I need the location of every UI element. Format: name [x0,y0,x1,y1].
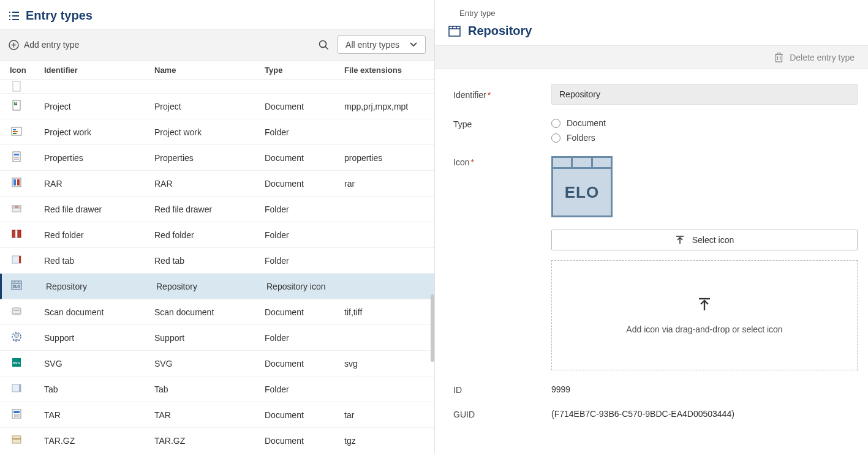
cell-identifier: Red folder [37,230,147,240]
scan-doc-icon [10,305,23,317]
cell-name: Red tab [147,256,257,266]
svg-rect-19 [13,152,20,162]
doc-generic-icon [10,80,23,92]
tar-doc-icon: TAR [10,408,23,420]
svg-rect-18 [13,133,17,134]
svg-rect-41 [12,313,21,315]
list-icon [9,11,20,21]
table-row[interactable]: Red file drawerRed file drawerFolder [0,197,434,222]
filter-label: All entry types [345,40,399,50]
table-row[interactable]: Scan documentScan documentDocumenttif,ti… [0,299,434,325]
properties-doc-icon [10,151,23,163]
detail-panel: Entry type Repository Delete entry type … [435,0,868,453]
svg-rect-49 [13,411,20,413]
type-radio-document[interactable]: Document [551,118,859,128]
cell-ext: tar [337,410,434,420]
cell-name: Properties [147,153,257,163]
svg-rect-24 [13,179,16,185]
col-ext-header[interactable]: File extensions [337,66,434,75]
select-icon-label: Select icon [692,235,734,245]
guid-label: GUID [453,408,551,419]
col-name-header[interactable]: Name [147,66,257,75]
svg-rect-20 [14,154,19,155]
svg-rect-57 [776,54,782,62]
detail-title-row: Repository [435,21,868,45]
type-radio-folders[interactable]: Folders [551,133,859,143]
table-row[interactable]: ELORepositoryRepositoryRepository icon [0,274,434,299]
cell-identifier: RAR [37,179,147,189]
svg-rect-52 [12,438,21,440]
delete-label: Delete entry type [790,53,855,62]
id-value: 9999 [551,384,859,394]
delete-entry-type-button[interactable]: Delete entry type [774,52,855,62]
add-entry-type-button[interactable]: Add entry type [9,40,79,50]
icon-dropzone[interactable]: Add icon via drag-and-drop or select ico… [551,260,858,370]
svg-text:SVG: SVG [13,361,21,365]
cell-name: Scan document [147,307,257,317]
table-row[interactable]: TAR.GZTAR.GZDocumenttgz [0,428,434,453]
table-row[interactable] [0,80,434,94]
svg-rect-25 [17,179,20,185]
cell-name: Project [147,102,257,111]
detail-body: Identifier* Type Document Folders I [435,69,868,453]
detail-toolbar: Delete entry type [435,45,868,69]
select-icon-button[interactable]: Select icon [551,230,858,250]
table-row[interactable]: Project workProject workFolder [0,119,434,145]
table-row[interactable]: Red folderRed folderFolder [0,222,434,248]
cell-type: Document [257,410,337,420]
entry-types-toolbar: Add entry type All entry types [0,29,434,61]
chevron-down-icon [409,42,418,48]
identifier-label: Identifier* [453,89,551,100]
radio-icon [551,133,560,143]
cell-name: Support [147,333,257,343]
cell-identifier: Scan document [37,307,147,317]
svg-rect-16 [13,129,16,130]
identifier-input[interactable] [551,84,858,105]
search-button[interactable] [316,37,331,53]
red-tab-icon [10,253,23,266]
entry-types-panel: Entry types Add entry type All entry typ… [0,0,435,453]
svg-text:ELO: ELO [13,285,20,288]
col-type-header[interactable]: Type [257,66,337,75]
cell-name: Red file drawer [147,204,257,214]
filter-dropdown[interactable]: All entry types [338,36,426,54]
table-row[interactable]: TabTabFolder [0,376,434,402]
col-icon-header[interactable]: Icon [0,66,37,75]
rar-doc-icon [10,176,23,189]
svg-rect-53 [449,26,460,36]
cell-type: Folder [257,127,337,137]
table-body[interactable]: PProjectProjectDocumentmpp,prj,mpx,mptPr… [0,80,434,453]
cell-identifier: Tab [37,384,147,394]
cell-name: Tab [147,384,257,394]
table-row[interactable]: PropertiesPropertiesDocumentproperties [0,145,434,171]
cell-name: Project work [147,127,257,137]
cell-name: Repository [149,282,259,291]
cell-type: Folder [257,384,337,394]
cell-type: Document [257,153,337,163]
repository-icon: ELO [10,279,23,291]
cell-identifier: Red tab [37,256,147,266]
cell-identifier: TAR [37,410,147,420]
cell-identifier: SVG [37,359,147,369]
project-work-icon [10,125,23,137]
col-identifier-header[interactable]: Identifier [37,66,147,75]
table-row[interactable]: SVGSVGSVGDocumentsvg [0,351,434,376]
table-row[interactable]: SupportSupportFolder [0,325,434,351]
type-row: Type Document Folders [453,118,859,143]
table-row[interactable]: RARRARDocumentrar [0,171,434,197]
detail-title: Repository [468,24,532,38]
table-row[interactable]: TARTARTARDocumenttar [0,402,434,428]
guid-value: (F714EB7C-93B6-C570-9BDC-EA4D00503444) [551,409,859,419]
svg-point-42 [15,334,19,338]
tab-icon [10,382,23,394]
id-row: ID 9999 [453,384,859,395]
red-folder-icon [10,228,23,240]
cell-identifier: TAR.GZ [37,436,147,446]
table-row[interactable]: PProjectProjectDocumentmpp,prj,mpx,mpt [0,94,434,119]
scrollbar[interactable] [431,294,434,362]
svg-rect-40 [13,310,20,311]
red-drawer-icon [10,202,23,214]
id-label: ID [453,384,551,395]
cell-type: Document [257,436,337,446]
table-row[interactable]: Red tabRed tabFolder [0,248,434,274]
